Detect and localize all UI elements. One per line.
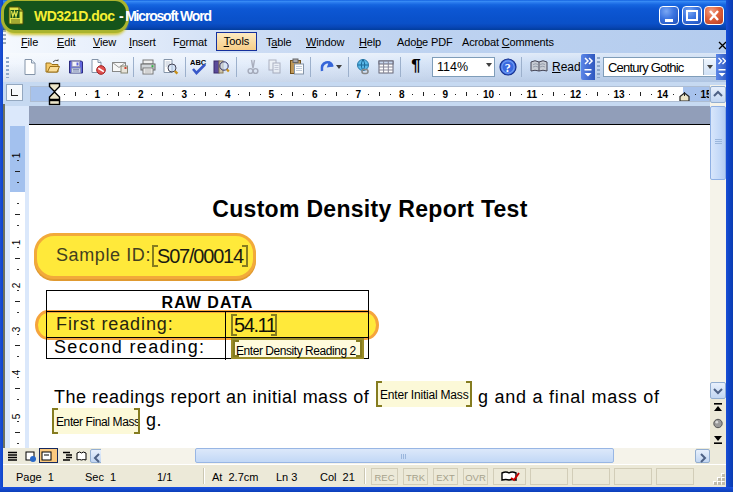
svg-text:?: ?: [505, 61, 511, 75]
